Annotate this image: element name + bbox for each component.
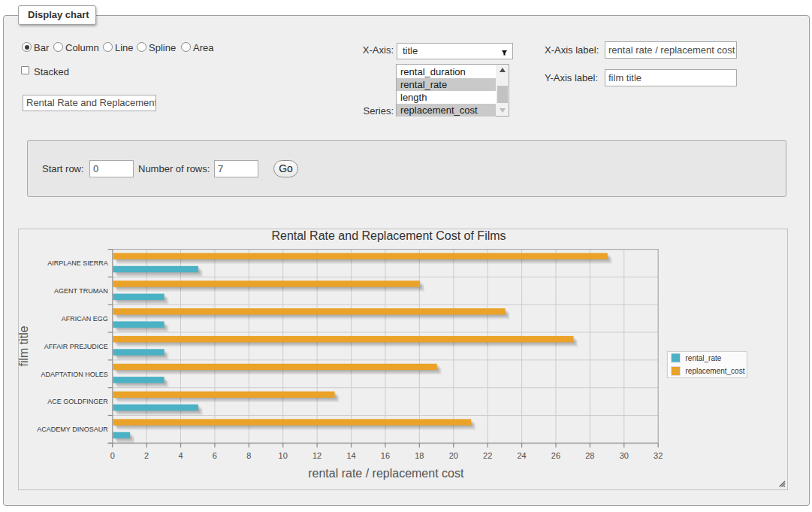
svg-text:0: 0 (110, 451, 115, 460)
svg-text:26: 26 (551, 451, 560, 460)
svg-text:Rental Rate and Replacement Co: Rental Rate and Replacement Cost of Film… (271, 229, 506, 242)
svg-text:8: 8 (246, 451, 251, 460)
svg-text:AGENT TRUMAN: AGENT TRUMAN (54, 287, 108, 295)
svg-text:20: 20 (449, 451, 458, 460)
svg-text:14: 14 (346, 451, 355, 460)
svg-text:AIRPLANE SIERRA: AIRPLANE SIERRA (47, 259, 108, 267)
svg-text:ACE GOLDFINGER: ACE GOLDFINGER (47, 398, 108, 405)
svg-text:rental rate / replacement cost: rental rate / replacement cost (308, 467, 464, 480)
svg-text:replacement_cost: replacement_cost (686, 367, 745, 375)
svg-text:4: 4 (178, 451, 183, 460)
svg-text:rental_rate: rental_rate (686, 354, 722, 362)
svg-text:AFRICAN EGG: AFRICAN EGG (62, 315, 108, 323)
svg-text:AFFAIR PREJUDICE: AFFAIR PREJUDICE (44, 343, 108, 350)
svg-text:ADAPTATION HOLES: ADAPTATION HOLES (41, 371, 108, 378)
svg-text:12: 12 (312, 451, 321, 460)
svg-text:film title: film title (18, 326, 30, 366)
svg-text:2: 2 (144, 451, 149, 460)
svg-text:32: 32 (654, 451, 663, 460)
svg-text:18: 18 (415, 451, 424, 460)
svg-text:22: 22 (483, 451, 492, 460)
svg-text:30: 30 (620, 451, 629, 460)
svg-text:28: 28 (585, 451, 594, 460)
svg-text:6: 6 (213, 451, 217, 460)
svg-text:10: 10 (279, 451, 288, 460)
svg-text:ACADEMY DINOSAUR: ACADEMY DINOSAUR (37, 426, 108, 433)
svg-text:24: 24 (517, 451, 526, 460)
svg-text:16: 16 (381, 451, 390, 460)
